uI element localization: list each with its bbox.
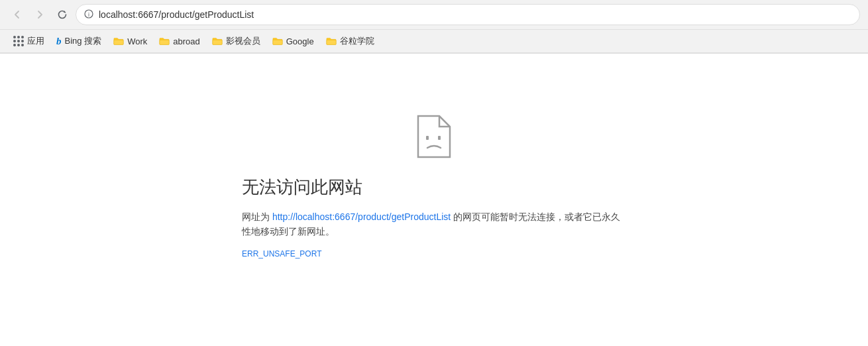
top-bar: i localhost:6667/product/getProductList [0, 0, 868, 29]
error-link[interactable]: http://localhost:6667/product/getProduct… [272, 211, 451, 222]
bookmarks-bar: 应用 b Bing 搜索 Work abroad [0, 29, 868, 53]
folder-icon [113, 36, 124, 46]
bookmark-work-label: Work [127, 36, 147, 46]
browser-chrome: i localhost:6667/product/getProductList … [0, 0, 868, 54]
address-bar[interactable]: i localhost:6667/product/getProductList [76, 4, 860, 25]
svg-text:i: i [88, 11, 89, 18]
folder-icon [326, 36, 337, 46]
svg-rect-8 [438, 136, 441, 140]
svg-rect-4 [213, 40, 222, 44]
bing-bookmark[interactable]: b Bing 搜索 [51, 32, 107, 50]
bookmark-google[interactable]: Google [267, 34, 319, 49]
bookmark-guli-label: 谷粒学院 [340, 35, 374, 47]
bookmark-abroad-label: abroad [173, 36, 199, 46]
bing-icon: b [56, 36, 62, 47]
url-text: localhost:6667/product/getProductList [99, 9, 254, 20]
svg-rect-6 [327, 40, 336, 44]
bing-label: Bing 搜索 [65, 35, 102, 47]
reload-button[interactable] [53, 5, 72, 24]
error-page-icon [414, 113, 454, 160]
apps-bookmark[interactable]: 应用 [8, 32, 50, 50]
svg-rect-5 [273, 40, 282, 44]
back-button[interactable] [8, 5, 27, 24]
folder-icon [159, 36, 170, 46]
error-desc-prefix: 网址为 [242, 211, 272, 222]
error-code: ERR_UNSAFE_PORT [242, 248, 626, 260]
security-icon: i [84, 9, 93, 21]
bookmark-work[interactable]: Work [108, 34, 152, 49]
bookmark-vip[interactable]: 影视会员 [207, 32, 266, 50]
folder-icon [212, 36, 223, 46]
bookmark-guli[interactable]: 谷粒学院 [321, 32, 380, 50]
bookmark-google-label: Google [286, 36, 314, 46]
error-title: 无法访问此网站 [242, 176, 362, 199]
folder-icon [272, 36, 283, 46]
svg-rect-3 [160, 40, 169, 44]
forward-button[interactable] [30, 5, 49, 24]
svg-rect-7 [426, 136, 429, 140]
error-description: 网址为 http://localhost:6667/product/getPro… [242, 209, 626, 261]
page-content: 无法访问此网站 网址为 http://localhost:6667/produc… [0, 54, 868, 346]
bookmark-vip-label: 影视会员 [226, 35, 260, 47]
content-inner: 无法访问此网站 网址为 http://localhost:6667/produc… [242, 176, 626, 261]
apps-label: 应用 [27, 35, 44, 47]
apps-icon [13, 36, 24, 46]
bookmark-abroad[interactable]: abroad [154, 34, 205, 49]
svg-rect-2 [114, 40, 123, 44]
